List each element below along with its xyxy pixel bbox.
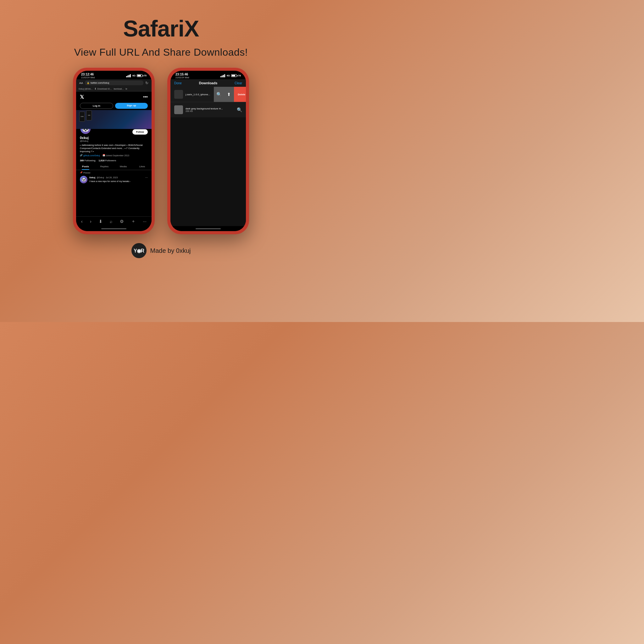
phone-1-time-group: 23:12:46 21/02/24 Wed [81,73,95,79]
refresh-icon[interactable]: ↻ [145,81,148,85]
profile-avatar-area: 🐼 Follow [76,129,152,135]
home-indicator-1 [76,226,152,231]
profile-handle: @0xkuj [80,140,148,142]
file-info-1: j.sarix_1.0.0_iphone... [186,93,210,96]
mini-phone-1-time: 10:48 [81,116,84,117]
signal-bars-icon [126,74,131,77]
footer: Y◉R Made by 0xkuj [131,243,191,258]
file-thumb-2 [174,105,183,114]
followers-label: Followers [105,159,116,162]
home-bar-2 [196,228,221,229]
lock-icon: 🔒 [87,82,90,84]
download-search-icon[interactable]: 🔍 [214,87,224,102]
phone-2-status-bar: 23:15:46 21/02/24 Wed 4G 78 [170,71,246,79]
tweet-section: 📌 Pinned 🐼 0xkuj @0xkuj · Jul 28, 2023 ·… [76,170,152,216]
phone-2-status-icons: 4G 78 [220,74,241,77]
battery-icon-2 [231,74,237,77]
login-button[interactable]: Log in [80,103,113,109]
following-stat[interactable]: 389 Following [80,159,96,162]
tab-4-label: le [125,88,127,90]
tweet-text: I have a new repo for some of my tweaks … [89,180,148,183]
search-toolbar-icon[interactable]: ⌕ [110,219,112,224]
tab-2[interactable]: ⬇ Download iO... [94,87,112,90]
download-actions-1: 🔍 ⬆ Delete [214,87,246,102]
delete-button[interactable]: Delete [234,87,246,102]
phone-1-status-bar: 23:12:46 21/02/24 Wed 4G 75 [76,71,152,79]
signal-type: 4G [132,74,136,77]
forward-icon[interactable]: › [90,219,92,224]
tweet-avatar: 🐼 [80,176,87,183]
app-title: SafariX [123,16,199,42]
phone-2-screen: 23:15:46 21/02/24 Wed 4G 78 [170,71,246,231]
phone-2-time: 23:15:46 [175,73,189,76]
file-search-icon-2[interactable]: 🔍 [237,107,242,112]
profile-name: 0xkuj [80,136,148,140]
tab-replies[interactable]: Replies [95,163,114,170]
mini-phone-2: 14:34 [86,110,92,120]
done-button[interactable]: Done [174,81,182,85]
signup-button[interactable]: Sign up [115,103,148,109]
more-toolbar-icon[interactable]: ··· [143,219,147,224]
tab-likes[interactable]: Likes [133,163,152,170]
profile-stats: 389 Following 1,618 Followers [76,158,152,163]
signal-bars-2-icon [220,74,225,77]
back-icon[interactable]: ‹ [81,219,83,224]
url-bar[interactable]: AA 🔒 twitter.com/0xkuj ↻ [76,79,152,86]
url-bar-aa: AA [79,81,83,85]
mini-phone-2-time: 14:34 [88,115,90,116]
url-text: twitter.com/0xkuj [91,81,109,84]
download-item-2: dark grey background texture H... 266 KB… [170,102,246,117]
auth-buttons: Log in Sign up [76,102,152,110]
tab-posts[interactable]: Posts [76,163,95,170]
phone-2-frame: 23:15:46 21/02/24 Wed 4G 78 [167,68,249,234]
home-indicator-2 [170,226,246,231]
twitter-more-icon[interactable]: ••• [143,94,148,99]
downloads-nav: Done Downloads Clear [170,79,246,87]
tweet-author-line: 0xkuj @0xkuj · Jul 28, 2023 ··· [89,176,148,179]
profile-tabs: Posts Replies Media Likes [76,163,152,170]
tab-3-label: bwnload... [114,88,124,90]
tabs-bar[interactable]: 0xkuj (@0xk... ⬇ Download iO... bwnload.… [76,86,152,92]
download-item-1: j.sarix_1.0.0_iphone... 🔍 ⬆ Delete [170,87,246,102]
x-logo: 𝕏 [80,94,86,100]
tab-1[interactable]: 0xkuj (@0xk... [79,88,92,90]
tab-4[interactable]: le [125,88,127,90]
battery-percent: 75 [144,74,147,77]
add-toolbar-icon[interactable]: ＋ [131,219,136,224]
download-toolbar-icon[interactable]: ⬇ [99,219,103,224]
phone-1-time: 23:12:46 [81,73,95,76]
url-bar-url-field[interactable]: 🔒 twitter.com/0xkuj [85,81,143,85]
twitter-content: 𝕏 ••• Log in Sign up 10:48 14:34 [76,92,152,216]
file-size-2: 266 KB [186,110,234,112]
tweet-content: 0xkuj @0xkuj · Jul 28, 2023 ··· I have a… [89,176,148,183]
tweet-meta: @0xkuj · Jul 28, 2023 [97,176,118,179]
settings-toolbar-icon[interactable]: ⚙ [120,219,124,224]
joined-date: 📅 Joined September 2013 [103,154,129,157]
tweet-more-icon[interactable]: ··· [145,176,148,179]
tab-media[interactable]: Media [114,163,133,170]
battery-icon [137,74,142,77]
file-info-2: dark grey background texture H... 266 KB [186,107,234,112]
download-share-icon[interactable]: ⬆ [224,87,234,102]
tab-2-label: Download iO... [97,88,112,90]
tab-3[interactable]: bwnload... [114,88,124,90]
file-icon-1 [174,90,183,99]
downloads-title: Downloads [199,81,218,85]
mini-phone-1: 10:48 [79,112,85,122]
follow-button[interactable]: Follow [132,129,148,135]
phone-1-status-icons: 4G 75 [126,74,147,77]
pin-icon: 📌 [80,171,83,174]
bottom-toolbar: ‹ › ⬇ ⌕ ⚙ ＋ ··· [76,216,152,226]
phone-2-date: 21/02/24 Wed [175,76,189,79]
home-bar-1 [101,228,126,229]
download-tab-icon: ⬇ [94,87,97,90]
download-item-1-swiped: j.sarix_1.0.0_iphone... 🔍 ⬆ Delete [170,87,246,102]
pinned-label-row: 📌 Pinned [76,170,152,175]
signal-type-2: 4G [226,74,230,77]
tab-1-label: 0xkuj (@0xk... [79,88,92,90]
clear-button[interactable]: Clear [235,81,242,85]
github-link[interactable]: 🔗 github.com/0xkuj [80,154,100,157]
downloads-list: j.sarix_1.0.0_iphone... 🔍 ⬆ Delete [170,87,246,226]
followers-stat[interactable]: 1,618 Followers [99,159,116,162]
phones-container: 23:12:46 21/02/24 Wed 4G 75 [73,68,249,234]
